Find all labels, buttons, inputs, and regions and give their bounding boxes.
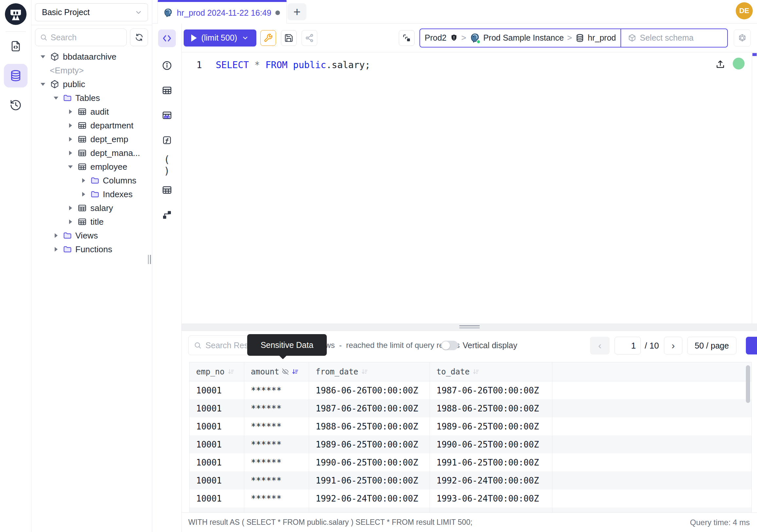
column-header-amount[interactable]: amount xyxy=(244,362,309,381)
cell[interactable]: 1991-06-25T00:00:00Z xyxy=(430,454,552,471)
sidebar: Basic Project bbdataarchive <Empt xyxy=(31,0,152,532)
column-header-emp-no[interactable]: emp_no xyxy=(190,362,244,381)
cell[interactable]: 1988-06-25T00:00:00Z xyxy=(309,417,430,435)
previous-page-button[interactable]: ‹ xyxy=(590,337,610,355)
sql-editor-mode-button[interactable] xyxy=(158,29,176,47)
cell[interactable]: 1988-06-25T00:00:00Z xyxy=(430,399,552,417)
history-nav-button[interactable] xyxy=(4,96,27,114)
external-tables-panel-button[interactable] xyxy=(160,183,174,197)
cell-masked[interactable]: ****** xyxy=(244,471,309,489)
functions-panel-button[interactable] xyxy=(160,134,174,147)
function-icon xyxy=(162,135,172,145)
toggle-knob xyxy=(442,341,450,350)
page-size-select[interactable]: 50 / page xyxy=(687,337,736,355)
column-header-from-date[interactable]: from_date xyxy=(309,362,430,381)
cell[interactable]: 10001 xyxy=(190,417,244,435)
tree-item-tables[interactable]: Tables xyxy=(31,91,152,105)
cell[interactable]: 1992-06-24T00:00:00Z xyxy=(309,489,430,508)
cell[interactable]: 1987-06-26T00:00:00Z xyxy=(309,399,430,417)
instance-segment[interactable]: Prod Sample Instance xyxy=(469,33,564,43)
page-number-input[interactable] xyxy=(615,337,641,355)
tree-item-dept-manager[interactable]: dept_mana... xyxy=(31,146,152,160)
environment-segment[interactable]: Prod2 xyxy=(425,33,458,43)
sidebar-search[interactable] xyxy=(35,28,127,46)
new-tab-button[interactable]: + xyxy=(288,3,307,20)
info-panel-button[interactable] xyxy=(160,59,174,72)
results-scrollbar-thumb[interactable] xyxy=(746,365,750,403)
cell-masked[interactable]: ****** xyxy=(244,399,309,417)
next-page-button[interactable]: › xyxy=(664,337,682,355)
column-header-to-date[interactable]: to_date xyxy=(430,362,552,381)
database-segment[interactable]: hr_prod xyxy=(575,33,616,43)
cell[interactable]: 1989-06-25T00:00:00Z xyxy=(430,417,552,435)
cell[interactable]: 10001 xyxy=(190,381,244,399)
tab-hr-prod[interactable]: hr_prod 2024-11-22 16:49 xyxy=(158,0,287,24)
tree-item-employee[interactable]: employee xyxy=(31,160,152,173)
schema-diagram-button[interactable] xyxy=(160,208,174,221)
cell-masked[interactable]: ****** xyxy=(244,454,309,471)
tree-item-bbdataarchive[interactable]: bbdataarchive xyxy=(31,50,152,64)
cell[interactable]: 10001 xyxy=(190,399,244,417)
folder-icon xyxy=(63,231,72,240)
panel-divider[interactable] xyxy=(182,324,757,331)
tree-item-public[interactable]: public xyxy=(31,77,152,91)
tree-item-indexes[interactable]: Indexes xyxy=(31,187,152,201)
sql-editor[interactable]: 1 SELECT * FROM public.salary; xyxy=(182,52,757,324)
cell[interactable]: 10001 xyxy=(190,489,244,508)
cell[interactable]: 1989-06-25T00:00:00Z xyxy=(309,435,430,454)
cell[interactable]: 1987-06-26T00:00:00Z xyxy=(430,381,552,399)
vertical-display-toggle[interactable] xyxy=(441,341,458,350)
tree-item-department[interactable]: department xyxy=(31,119,152,132)
worksheet-nav-button[interactable] xyxy=(4,37,27,55)
cell[interactable]: 1990-06-25T00:00:00Z xyxy=(309,454,430,471)
tables-panel-button[interactable] xyxy=(160,84,174,97)
caret-right-icon xyxy=(52,233,60,238)
batch-query-button[interactable] xyxy=(399,30,414,46)
caret-right-icon xyxy=(67,123,74,128)
tree-item-dept-emp[interactable]: dept_emp xyxy=(31,132,152,146)
cell-masked[interactable]: ****** xyxy=(244,417,309,435)
cell[interactable]: 10001 xyxy=(190,435,244,454)
procedures-panel-button[interactable]: ( ) xyxy=(160,159,174,172)
cell[interactable]: 1990-06-25T00:00:00Z xyxy=(430,435,552,454)
sort-icon xyxy=(227,368,234,375)
user-avatar[interactable]: DE xyxy=(736,2,753,19)
cell[interactable]: 1993-06-24T00:00:00Z xyxy=(309,508,430,512)
share-sheet-button[interactable] xyxy=(302,30,317,46)
cell-masked[interactable]: ****** xyxy=(244,489,309,508)
cell[interactable]: 1994-06-24T00:00:00Z xyxy=(430,508,552,512)
select-schema-button[interactable]: Select schema xyxy=(621,33,700,43)
tree-item-views[interactable]: Views xyxy=(31,229,152,242)
upload-sql-button[interactable] xyxy=(715,59,726,70)
folder-icon xyxy=(90,176,100,185)
tree-item-title[interactable]: title xyxy=(31,215,152,229)
refresh-schema-button[interactable] xyxy=(130,28,148,46)
editor-scrollbar[interactable] xyxy=(752,52,757,324)
project-selector[interactable]: Basic Project xyxy=(35,3,148,21)
admin-wrench-button[interactable] xyxy=(260,30,276,46)
tree-item-columns[interactable]: Columns xyxy=(31,173,152,187)
cell[interactable]: 1986-06-26T00:00:00Z xyxy=(309,381,430,399)
cell[interactable]: 10001 xyxy=(190,508,244,512)
ai-assistant-button[interactable] xyxy=(734,29,751,47)
cell[interactable]: 1992-06-24T00:00:00Z xyxy=(430,471,552,489)
save-sheet-button[interactable] xyxy=(281,30,297,46)
panel-drag-handle[interactable] xyxy=(459,325,480,329)
sidebar-resize-handle[interactable] xyxy=(147,255,151,265)
tree-item-salary[interactable]: salary xyxy=(31,201,152,215)
database-nav-button[interactable] xyxy=(4,64,27,87)
cell-masked[interactable]: ****** xyxy=(244,381,309,399)
cell[interactable]: 1991-06-25T00:00:00Z xyxy=(309,471,430,489)
tree-item-functions[interactable]: Functions xyxy=(31,242,152,256)
cell[interactable]: 10001 xyxy=(190,471,244,489)
cell[interactable]: 1993-06-24T00:00:00Z xyxy=(430,489,552,508)
cell-masked[interactable]: ****** xyxy=(244,435,309,454)
masked-tables-panel-button[interactable] xyxy=(160,109,174,122)
database-icon xyxy=(9,69,22,82)
export-button-partial[interactable] xyxy=(746,337,757,355)
cell[interactable]: 10001 xyxy=(190,454,244,471)
run-query-button[interactable]: (limit 500) xyxy=(184,29,257,47)
cell-masked[interactable]: ****** xyxy=(244,508,309,512)
tree-item-audit[interactable]: audit xyxy=(31,105,152,119)
sidebar-search-input[interactable] xyxy=(51,33,122,42)
